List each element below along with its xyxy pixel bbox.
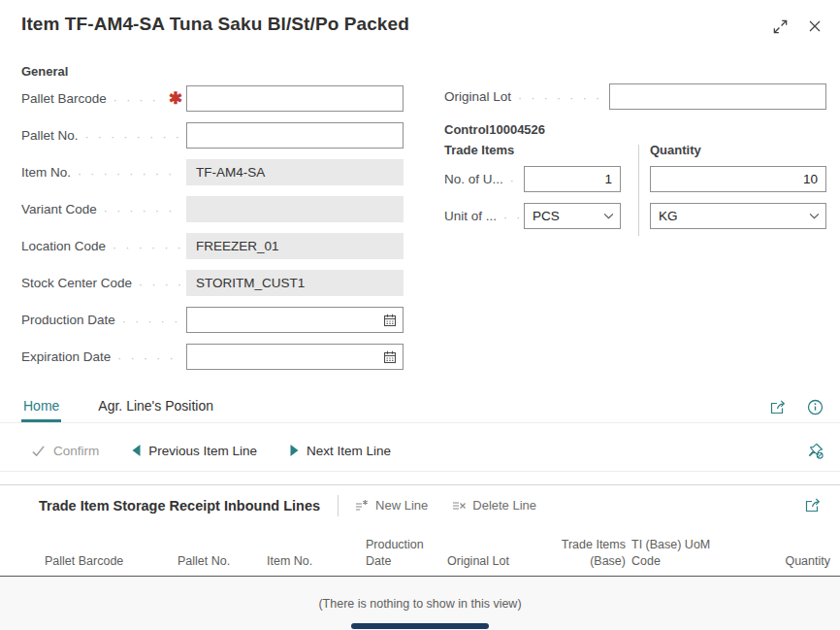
field-expiration-date: Expiration Date [21, 344, 404, 370]
title-bar: Item TF-AM4-SA Tuna Saku Bl/St/Po Packed [21, 14, 824, 36]
pallet-no-input[interactable] [186, 122, 404, 149]
col-header-original-lot[interactable]: Original Lot [447, 553, 536, 570]
item-no-value: TF-AM4-SA [186, 159, 404, 185]
lines-grid-header: Pallet Barcode Pallet No. Item No. Produ… [0, 525, 840, 577]
control-group-label: Control10004526 [444, 122, 826, 137]
pallet-barcode-label: Pallet Barcode [21, 91, 107, 106]
dotted-leader [139, 278, 182, 291]
field-quantity [650, 166, 826, 192]
delete-line-button[interactable]: Delete Line [451, 498, 536, 514]
ribbon-tabs: Home Agr. Line's Position [0, 391, 840, 423]
production-date-input[interactable] [187, 308, 377, 332]
close-icon[interactable] [805, 17, 824, 36]
col-header-pallet-no[interactable]: Pallet No. [178, 553, 261, 570]
field-no-of-units: No. of U... [444, 166, 638, 192]
info-icon[interactable] [805, 397, 824, 416]
original-lot-label: Original Lot [444, 89, 511, 104]
expiration-date-label: Expiration Date [21, 349, 111, 364]
previous-item-line-label: Previous Item Line [148, 444, 257, 458]
header-divider [338, 495, 339, 516]
new-line-button[interactable]: New Line [354, 498, 428, 514]
quantity-uom-select[interactable]: KG [650, 203, 826, 229]
share-icon[interactable] [803, 496, 823, 515]
horizontal-scrollbar-thumb[interactable] [351, 623, 489, 629]
previous-item-line-button[interactable]: Previous Item Line [132, 444, 257, 458]
unit-of-measure-label: Unit of ... [444, 209, 497, 223]
dotted-leader [117, 351, 182, 365]
dotted-leader [104, 204, 182, 217]
trade-items-header: Trade Items [444, 143, 638, 159]
title-icons [770, 14, 824, 36]
chevron-down-icon [809, 213, 820, 219]
command-toolbar: Confirm Previous Item Line Next Item Lin… [0, 430, 840, 472]
tab-home[interactable]: Home [21, 391, 61, 422]
variant-code-value [186, 196, 404, 222]
pin-icon[interactable] [805, 441, 824, 460]
dotted-leader [78, 167, 182, 181]
empty-view-message: (There is nothing to show in this view) [0, 577, 840, 611]
field-quantity-uom: KG [650, 203, 826, 229]
trade-items-group: Trade Items No. of U... Unit of ... PCS [444, 143, 638, 240]
next-item-line-button[interactable]: Next Item Line [290, 444, 391, 458]
trade-items-quantity-group: Trade Items No. of U... Unit of ... PCS [444, 143, 826, 240]
expand-dialog-icon[interactable] [770, 17, 790, 36]
dotted-leader [122, 315, 182, 328]
confirm-label: Confirm [53, 444, 99, 458]
stock-center-code-value: STORITM_CUST1 [186, 270, 404, 296]
field-variant-code: Variant Code [21, 196, 404, 222]
lines-grid-body: (There is nothing to show in this view) [0, 577, 840, 630]
new-line-icon [354, 498, 370, 514]
stock-center-code-label: Stock Center Code [21, 276, 132, 290]
group-divider [638, 145, 639, 236]
calendar-icon[interactable] [377, 345, 403, 369]
field-item-no: Item No. TF-AM4-SA [21, 159, 404, 185]
unit-of-measure-value: PCS [533, 209, 603, 223]
new-line-label: New Line [375, 498, 428, 513]
col-header-pallet-barcode[interactable]: Pallet Barcode [45, 553, 172, 570]
location-code-value: FREEZER_01 [186, 233, 404, 259]
dotted-leader [113, 241, 182, 254]
delete-line-icon [451, 498, 467, 514]
quantity-uom-value: KG [659, 209, 809, 223]
general-section-label: General [21, 64, 404, 79]
share-icon[interactable] [768, 397, 788, 416]
lines-section: Trade Item Storage Receipt Inbound Lines… [0, 484, 840, 630]
field-original-lot: Original Lot [444, 83, 826, 110]
triangle-right-icon [290, 445, 299, 456]
field-unit-of-measure: Unit of ... PCS [444, 203, 638, 229]
col-header-item-no[interactable]: Item No. [267, 553, 360, 570]
dotted-leader [503, 211, 520, 224]
no-of-units-label: No. of U... [444, 172, 503, 186]
dotted-leader [113, 93, 165, 107]
production-date-label: Production Date [21, 313, 115, 327]
item-no-label: Item No. [21, 165, 71, 180]
chevron-down-icon [603, 213, 614, 219]
tab-agr-lines-position[interactable]: Agr. Line's Position [96, 391, 215, 422]
check-icon [31, 445, 46, 457]
col-header-ti-base-uom-code[interactable]: TI (Base) UoM Code [631, 537, 725, 570]
col-header-trade-items-base[interactable]: Trade Items (Base) [542, 537, 626, 570]
field-pallet-barcode: Pallet Barcode ✱ [21, 85, 404, 112]
required-icon: ✱ [169, 90, 182, 107]
original-lot-input[interactable] [609, 83, 826, 110]
general-right-column: Original Lot Control10004526 Trade Items… [444, 83, 826, 240]
calendar-icon[interactable] [377, 308, 403, 332]
pallet-barcode-input[interactable] [186, 85, 404, 112]
col-header-production-date[interactable]: Production Date [366, 537, 441, 570]
dotted-leader [85, 130, 182, 144]
dotted-leader [510, 174, 520, 187]
quantity-header: Quantity [650, 143, 826, 159]
general-left-column: General Pallet Barcode ✱ Pallet No. Item… [21, 64, 404, 381]
no-of-units-input[interactable] [524, 166, 621, 192]
next-item-line-label: Next Item Line [307, 444, 391, 458]
confirm-button[interactable]: Confirm [31, 444, 99, 458]
page-title: Item TF-AM4-SA Tuna Saku Bl/St/Po Packed [21, 14, 409, 35]
field-stock-center-code: Stock Center Code STORITM_CUST1 [21, 270, 404, 296]
col-header-quantity[interactable]: Quantity [730, 553, 830, 570]
triangle-left-icon [132, 445, 141, 456]
expiration-date-input[interactable] [187, 345, 377, 369]
field-pallet-no: Pallet No. [21, 122, 404, 149]
unit-of-measure-select[interactable]: PCS [524, 203, 621, 229]
quantity-input[interactable] [650, 166, 826, 192]
delete-line-label: Delete Line [472, 498, 536, 513]
